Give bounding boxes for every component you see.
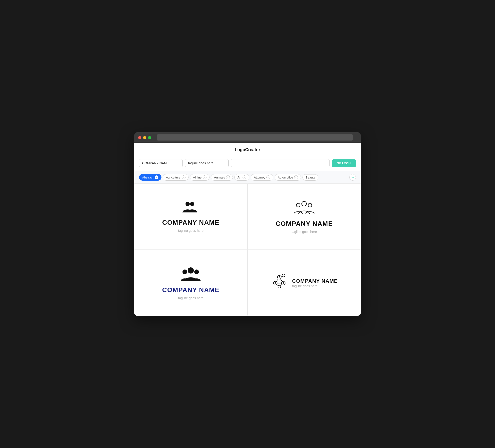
svg-point-5	[188, 267, 194, 274]
search-bar: SEARCH	[134, 155, 361, 171]
filter-label-art: Art	[237, 176, 241, 179]
filter-label-animals: Animals	[214, 176, 225, 179]
svg-point-15	[274, 281, 277, 285]
tagline-input[interactable]	[185, 159, 229, 167]
filter-chip-animals[interactable]: Animals ✓	[211, 174, 233, 181]
filter-chip-art[interactable]: Art ✓	[234, 174, 249, 181]
logo-4-tagline: tagline goes here	[292, 284, 338, 288]
logo-card-4-row: COMPANY NAME tagline goes here	[271, 273, 338, 293]
filter-chip-beauty[interactable]: Beauty	[302, 174, 318, 181]
logo-3-tagline: tagline goes here	[178, 296, 203, 300]
address-bar	[157, 134, 353, 140]
logo-card-1[interactable]: COMPANY NAME tagline goes here	[134, 184, 248, 250]
logo-1-company-name: COMPANY NAME	[162, 219, 220, 226]
check-icon-agriculture: ✓	[182, 175, 186, 179]
logo-grid: COMPANY NAME tagline goes here	[134, 184, 361, 316]
filter-chip-automotive[interactable]: Automotive ✓	[275, 174, 301, 181]
logo-card-4-inner: COMPANY NAME tagline goes here	[271, 273, 338, 293]
logo-1-tagline: tagline goes here	[178, 229, 203, 233]
logo-2-tagline: tagline goes here	[292, 230, 317, 234]
filter-label-airline: Airline	[193, 176, 202, 179]
maximize-button[interactable]	[148, 136, 151, 139]
svg-point-6	[182, 269, 187, 274]
logo-2-company-name: COMPANY NAME	[275, 220, 333, 227]
close-button[interactable]	[138, 136, 141, 139]
svg-point-0	[186, 202, 190, 206]
logo-card-3[interactable]: COMPANY NAME tagline goes here	[134, 250, 248, 316]
filter-bar: Abstract ✓ Agriculture ✓ Airline ✓ Anima…	[134, 171, 361, 184]
app-content: LogoCreator SEARCH Abstract ✓ Agricultur…	[134, 143, 361, 316]
app-title: LogoCreator	[235, 147, 260, 152]
filter-chip-abstract[interactable]: Abstract ✓	[139, 174, 162, 181]
extra-input[interactable]	[231, 159, 330, 167]
svg-point-16	[281, 281, 285, 285]
filter-chip-airline[interactable]: Airline ✓	[190, 174, 209, 181]
svg-point-2	[302, 201, 306, 206]
logo-icon-three-circles-people	[293, 199, 315, 216]
next-arrow-button[interactable]: →	[349, 174, 356, 181]
logo-card-2[interactable]: COMPANY NAME tagline goes here	[248, 184, 361, 250]
svg-point-4	[308, 203, 312, 207]
logo-3-company-name: COMPANY NAME	[162, 286, 220, 294]
check-icon-abstract: ✓	[155, 175, 158, 179]
logo-card-2-inner: COMPANY NAME tagline goes here	[275, 199, 333, 234]
logo-icon-network-people	[271, 273, 288, 291]
svg-point-18	[282, 274, 285, 277]
logo-icon-two-people	[181, 201, 200, 215]
browser-window: LogoCreator SEARCH Abstract ✓ Agricultur…	[134, 132, 361, 316]
logo-card-3-inner: COMPANY NAME tagline goes here	[162, 266, 220, 300]
svg-point-14	[277, 275, 281, 279]
svg-point-19	[279, 276, 280, 277]
check-icon-attorney: ✓	[266, 175, 270, 179]
svg-point-21	[283, 282, 284, 283]
logo-4-company-name: COMPANY NAME	[292, 278, 338, 284]
search-button[interactable]: SEARCH	[332, 159, 356, 167]
app-header: LogoCreator	[134, 143, 361, 155]
check-icon-airline: ✓	[203, 175, 206, 179]
browser-titlebar	[134, 132, 361, 143]
logo-icon-group-people-solid	[181, 266, 201, 282]
check-icon-automotive: ✓	[294, 175, 298, 179]
logo-card-1-inner: COMPANY NAME tagline goes here	[162, 201, 220, 233]
check-icon-animals: ✓	[226, 175, 230, 179]
svg-point-3	[296, 203, 300, 207]
filter-label-attorney: Attorney	[254, 176, 265, 179]
filter-label-beauty: Beauty	[305, 176, 315, 179]
logo-card-4[interactable]: COMPANY NAME tagline goes here	[248, 250, 361, 316]
svg-point-7	[194, 269, 199, 274]
minimize-button[interactable]	[143, 136, 146, 139]
logo-4-text-block: COMPANY NAME tagline goes here	[292, 278, 338, 288]
svg-point-17	[278, 285, 281, 288]
filter-label-agriculture: Agriculture	[166, 176, 180, 179]
svg-point-20	[275, 282, 276, 283]
filter-chip-attorney[interactable]: Attorney ✓	[251, 174, 273, 181]
svg-point-1	[190, 202, 194, 206]
company-name-input[interactable]	[139, 159, 183, 167]
check-icon-art: ✓	[243, 175, 246, 179]
filter-label-abstract: Abstract	[142, 176, 153, 179]
filter-label-automotive: Automotive	[278, 176, 293, 179]
filter-chip-agriculture[interactable]: Agriculture ✓	[163, 174, 189, 181]
